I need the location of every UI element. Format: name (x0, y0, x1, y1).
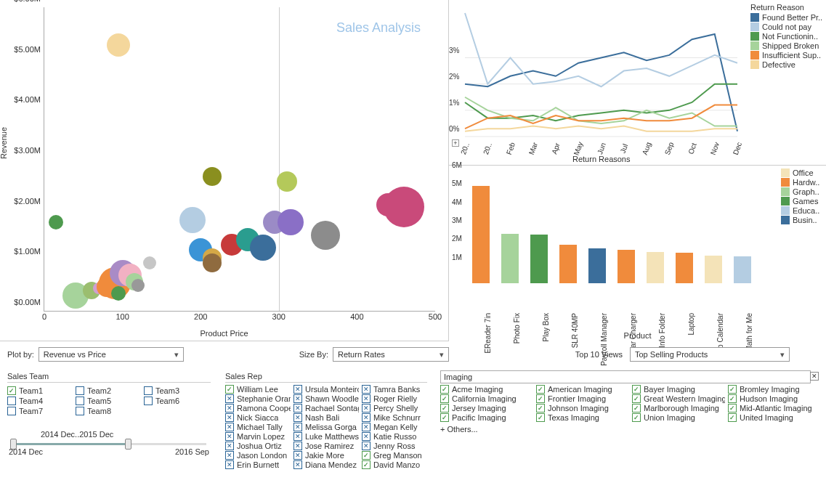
plotby-select[interactable]: Revenue vs Price (39, 347, 184, 362)
customer-checkbox[interactable]: Mid-Atlantic Imaging (728, 404, 821, 412)
legend-item[interactable]: Busin.. (781, 216, 823, 224)
ytick: $4.00M (8, 95, 41, 104)
rep-checkbox[interactable]: Tamra Banks (362, 385, 427, 394)
team-checkbox[interactable]: Team5 (76, 397, 139, 405)
rep-checkbox[interactable]: Nick Siacca (225, 413, 291, 422)
team-checkbox[interactable]: Team4 (7, 397, 71, 405)
rep-checkbox[interactable]: Joshua Ortiz (225, 442, 291, 450)
rep-checkbox[interactable]: Percy Shelly (362, 404, 427, 412)
rep-checkbox[interactable]: William Lee (225, 385, 291, 394)
customer-checkbox[interactable]: Pacific Imaging (440, 413, 533, 422)
slider-handle-end[interactable] (125, 439, 131, 450)
bubble[interactable] (49, 215, 63, 229)
bubble[interactable] (131, 279, 145, 292)
legend-item[interactable]: Games (781, 197, 823, 206)
bar[interactable] (676, 253, 693, 283)
rep-checkbox[interactable]: Diana Mendez (293, 460, 359, 469)
rep-checkbox[interactable]: Greg Manson (362, 451, 427, 460)
team-checkbox[interactable]: Team8 (76, 407, 139, 415)
bubble[interactable] (107, 33, 130, 57)
legend-item[interactable]: Office (781, 168, 823, 177)
rep-checkbox[interactable]: Jakie More (293, 451, 359, 460)
bar[interactable] (472, 186, 490, 283)
bar[interactable] (530, 235, 548, 283)
bubble[interactable] (203, 253, 222, 272)
customer-checkbox[interactable]: Frontier Imaging (536, 394, 629, 403)
bubble[interactable] (250, 235, 276, 261)
team-checkbox[interactable]: Team3 (144, 386, 208, 395)
customer-checkbox[interactable]: Hudson Imaging (728, 394, 821, 403)
customer-checkbox[interactable]: Johnson Imaging (536, 404, 629, 412)
bubble[interactable] (311, 221, 340, 250)
top10-select[interactable]: Top Selling Products (630, 347, 790, 362)
rep-checkbox[interactable]: Shawn Woodley (293, 394, 359, 403)
rep-checkbox[interactable]: Megan Kelly (362, 423, 427, 431)
search-input[interactable] (440, 370, 811, 383)
bar-chart: 1M2M3M4M5M6MEReader 7inPhoto FixPlay Box… (449, 166, 826, 341)
customer-checkbox[interactable]: United Imaging (728, 413, 821, 422)
customer-checkbox[interactable]: Union Imaging (632, 413, 725, 422)
rep-checkbox[interactable]: Jenny Ross (362, 442, 427, 450)
legend-item[interactable]: Hardw.. (781, 178, 823, 187)
legend-item[interactable]: Insufficient Sup.. (750, 51, 823, 60)
customer-checkbox[interactable]: American Imaging (536, 385, 629, 394)
bar-label: Photo Fix (513, 313, 521, 344)
others-link[interactable]: + Others... (440, 425, 821, 434)
rep-checkbox[interactable]: Luke Matthews (293, 432, 359, 441)
bar[interactable] (734, 256, 751, 283)
rep-checkbox[interactable]: Erin Burnett (225, 460, 291, 469)
bubble[interactable] (384, 187, 424, 227)
customer-checkbox[interactable]: Bromley Imaging (728, 385, 821, 394)
sizeby-select[interactable]: Return Rates (333, 347, 449, 362)
rep-checkbox[interactable]: Roger Rielly (362, 394, 427, 403)
team-checkbox[interactable]: Team1 (7, 386, 71, 395)
team-checkbox[interactable]: Team6 (144, 397, 208, 405)
rep-checkbox[interactable]: Mike Schnurr (362, 413, 427, 422)
bubble[interactable] (143, 256, 156, 269)
bubble[interactable] (111, 286, 126, 301)
rep-checkbox[interactable]: Jason London (225, 451, 291, 460)
customer-checkbox[interactable]: Jersey Imaging (440, 404, 533, 412)
bubble[interactable] (179, 207, 206, 233)
bar[interactable] (618, 250, 635, 283)
team-checkbox[interactable]: Team2 (76, 386, 139, 395)
expand-icon[interactable]: + (452, 139, 459, 147)
bubble[interactable] (278, 209, 304, 235)
customer-checkbox[interactable]: Texas Imaging (536, 413, 629, 422)
bar[interactable] (501, 234, 519, 283)
rep-checkbox[interactable]: Ramona Coope (225, 404, 291, 412)
rep-checkbox[interactable]: Michael Tally (225, 423, 291, 431)
legend-item[interactable]: Shipped Broken (750, 41, 823, 50)
bubble[interactable] (277, 171, 297, 192)
legend-item[interactable]: Graph.. (781, 187, 823, 196)
rep-checkbox[interactable]: Katie Russo (362, 432, 427, 441)
customer-checkbox[interactable]: Acme Imaging (440, 385, 533, 394)
legend-item[interactable]: Found Better Pr.. (750, 13, 823, 22)
rep-checkbox[interactable]: Stephanie Oran (225, 394, 291, 403)
bar[interactable] (588, 248, 606, 283)
bubble[interactable] (203, 167, 222, 186)
rep-checkbox[interactable]: Ursula Monteiro (293, 385, 359, 394)
legend-item[interactable]: Could not pay (750, 23, 823, 31)
customer-checkbox[interactable]: Marlborough Imaging (632, 404, 725, 412)
customer-checkbox[interactable]: Bayer Imaging (632, 385, 725, 394)
date-slider[interactable]: 2014 Dec..2015 Dec 2014 Dec 2016 Sep (7, 430, 211, 458)
bar[interactable] (647, 252, 664, 283)
legend-item[interactable]: Defective (750, 60, 823, 69)
rep-checkbox[interactable]: Rachael Sontag (293, 404, 359, 412)
legend-item[interactable]: Not Functionin.. (750, 32, 823, 41)
clear-search-icon[interactable]: ✕ (810, 372, 819, 381)
sales-rep-title: Sales Rep (225, 370, 427, 383)
scatter-xlabel: Product Price (200, 329, 248, 338)
rep-checkbox[interactable]: Nash Bali (293, 413, 359, 422)
rep-checkbox[interactable]: Melissa Gorga (293, 423, 359, 431)
bar[interactable] (559, 245, 577, 283)
rep-checkbox[interactable]: Jose Ramirez (293, 442, 359, 450)
customer-checkbox[interactable]: California Imaging (440, 394, 533, 403)
rep-checkbox[interactable]: David Manzo (362, 460, 427, 469)
team-checkbox[interactable]: Team7 (7, 407, 71, 415)
customer-checkbox[interactable]: Great Western Imaging (632, 394, 725, 403)
rep-checkbox[interactable]: Marvin Lopez (225, 432, 291, 441)
legend-item[interactable]: Educa.. (781, 206, 823, 215)
bar[interactable] (705, 256, 722, 283)
